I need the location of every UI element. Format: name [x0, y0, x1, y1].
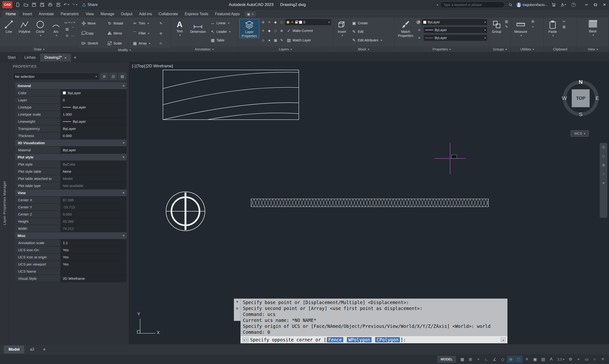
layer-color-swatch[interactable]: [299, 21, 302, 24]
panel-label-properties[interactable]: Properties▾: [394, 46, 489, 52]
search-input[interactable]: [440, 2, 505, 8]
tab-parametric[interactable]: Parametric: [57, 11, 82, 18]
layer-lock-icon[interactable]: [295, 22, 298, 24]
section-view[interactable]: View▾: [15, 189, 127, 196]
grid-icon[interactable]: ▦: [458, 356, 466, 363]
layout-tab-a3[interactable]: a3: [25, 345, 39, 353]
section-general[interactable]: General▾: [15, 82, 127, 90]
selection-dropdown[interactable]: No selection▾: [13, 73, 99, 80]
model-tab[interactable]: Model: [4, 345, 24, 353]
section-plot-style[interactable]: Plot style▾: [15, 154, 127, 161]
toggle-pickadd-button[interactable]: ⊞: [100, 73, 108, 80]
customization-menu-icon[interactable]: ≡: [599, 356, 607, 363]
object-snap-icon[interactable]: □: [515, 356, 523, 363]
trim-button[interactable]: ✂Trim▾: [131, 19, 157, 28]
tab-insert[interactable]: Insert: [19, 11, 36, 18]
cut-icon[interactable]: ✂: [561, 19, 567, 24]
annotation-visibility-icon[interactable]: A: [547, 356, 555, 363]
copy-clip-icon[interactable]: ▥: [561, 24, 567, 29]
panel-label-clipboard[interactable]: Clipboard: [544, 46, 577, 52]
layer-tool-icon[interactable]: ☀: [266, 20, 272, 25]
compass-west[interactable]: W: [562, 95, 567, 101]
linetype-dropdown[interactable]: ByLayer▾: [423, 35, 487, 41]
leader-button[interactable]: ↖Leader▾: [209, 27, 232, 36]
layer-tool-icon[interactable]: ✎: [279, 38, 285, 43]
model-space-button[interactable]: MODEL: [437, 356, 456, 363]
viewport-menu-control[interactable]: [-]: [132, 64, 136, 68]
hatch-tool-icon[interactable]: ▨: [64, 26, 70, 32]
viewcube[interactable]: N S W E TOP: [563, 80, 598, 116]
command-input-line[interactable]: ▸▾ Specify opposite corner or [Fence WPo…: [241, 336, 507, 343]
erase-icon[interactable]: ⊘: [158, 31, 164, 36]
viewcube-top-face[interactable]: TOP: [572, 89, 590, 107]
redo-button[interactable]: ↷▾: [70, 1, 78, 8]
brush-icon[interactable]: ✎: [158, 21, 164, 26]
ribbon-options-button[interactable]: ▣▾: [245, 12, 256, 17]
base-view-button[interactable]: Base▾: [584, 19, 602, 37]
color-wheel-icon[interactable]: [416, 20, 420, 24]
dynamic-input-icon[interactable]: +: [475, 356, 482, 363]
keyword-cpolygon[interactable]: CPolygon: [375, 337, 400, 342]
isodraft-icon[interactable]: ◇: [499, 356, 506, 363]
arc-button[interactable]: Arc▾: [49, 19, 63, 37]
zoom-icon[interactable]: ⊕: [601, 162, 606, 168]
account-button[interactable]: tiagobonifacio...: [517, 2, 548, 7]
layer-tool-icon[interactable]: □: [273, 28, 278, 33]
tab-express-tools[interactable]: Express Tools: [181, 11, 211, 18]
chevron-down-icon[interactable]: ▾: [76, 3, 77, 6]
chevron-down-icon[interactable]: ▾: [68, 3, 69, 6]
undo-button[interactable]: ↶▾: [62, 1, 70, 8]
customize-icon[interactable]: ⚙: [236, 306, 238, 311]
layer-tool-icon[interactable]: ◆: [266, 28, 272, 33]
scale-button[interactable]: Scale: [106, 39, 130, 48]
quick-properties-icon[interactable]: ▭: [583, 356, 590, 363]
id-point-icon[interactable]: +: [530, 24, 536, 29]
panel-label-utilities[interactable]: Utilities▾: [511, 46, 543, 52]
tab-output[interactable]: Output: [117, 11, 136, 18]
tab-add-ins[interactable]: Add-ins: [136, 11, 155, 18]
copy-button[interactable]: Copy: [80, 29, 105, 38]
save-button[interactable]: [30, 1, 38, 8]
panel-label-groups[interactable]: Groups▾: [489, 46, 511, 52]
help-button[interactable]: ?: [570, 1, 578, 8]
plot-preview-button[interactable]: [54, 1, 62, 8]
maximize-button[interactable]: [591, 1, 600, 9]
open-file-button[interactable]: [22, 1, 30, 8]
layer-tool-icon[interactable]: ☀: [260, 28, 266, 33]
plot-button[interactable]: [46, 1, 54, 8]
fillet-button[interactable]: ⌒Fillet▾: [131, 29, 157, 38]
group-button[interactable]: Group: [491, 19, 503, 34]
stretch-button[interactable]: Stretch: [80, 39, 105, 48]
layer-tool-icon[interactable]: □: [279, 20, 285, 25]
new-drawing-tab-button[interactable]: +: [71, 53, 79, 62]
pan-icon[interactable]: ◇: [601, 153, 606, 159]
layer-tool-icon[interactable]: ◆: [273, 20, 278, 25]
section-3d-visualization[interactable]: 3D Visualization▾: [15, 139, 127, 146]
tab-annotate[interactable]: Annotate: [36, 11, 57, 18]
more-draw-tools-icon[interactable]: ⋯: [70, 33, 76, 38]
rectangle-tool-icon[interactable]: ▭▾: [64, 20, 70, 25]
object-color-dropdown[interactable]: ByLayer▾: [422, 19, 487, 26]
new-file-button[interactable]: [14, 1, 22, 8]
full-navigation-wheel-icon[interactable]: ◎: [601, 144, 606, 150]
array-button[interactable]: ▦Array▾: [131, 39, 157, 48]
table-button[interactable]: ▦Table: [209, 36, 232, 44]
chevron-down-icon[interactable]: ▾: [328, 21, 330, 24]
layer-properties-button[interactable]: LayerProperties: [239, 19, 259, 38]
application-menu-button[interactable]: CAD: [2, 1, 12, 8]
linetype-list-icon[interactable]: ≡: [416, 35, 422, 40]
navigation-bar[interactable]: ◎ ◇ ⊕ ○ ▾: [600, 143, 607, 218]
compass-south[interactable]: S: [579, 111, 583, 117]
save-as-button[interactable]: [38, 1, 46, 8]
layer-tool-icon[interactable]: ⊕: [279, 28, 285, 33]
app-store-cart-icon[interactable]: [550, 1, 557, 8]
measure-button[interactable]: Measure▾: [512, 19, 529, 37]
mirror-button[interactable]: Mirror: [106, 29, 130, 38]
chevron-down-icon[interactable]: ▾: [484, 36, 486, 39]
panel-label-block[interactable]: Block▾: [333, 46, 394, 52]
layer-select-dropdown[interactable]: ☀ 0 ▾: [285, 19, 331, 26]
osnap-tracking-icon[interactable]: ⊕: [507, 356, 515, 363]
text-button[interactable]: AText▾: [172, 19, 187, 37]
quick-calculator-icon[interactable]: ⊞: [530, 19, 536, 24]
panel-label-layers[interactable]: Layers▾: [238, 46, 333, 52]
